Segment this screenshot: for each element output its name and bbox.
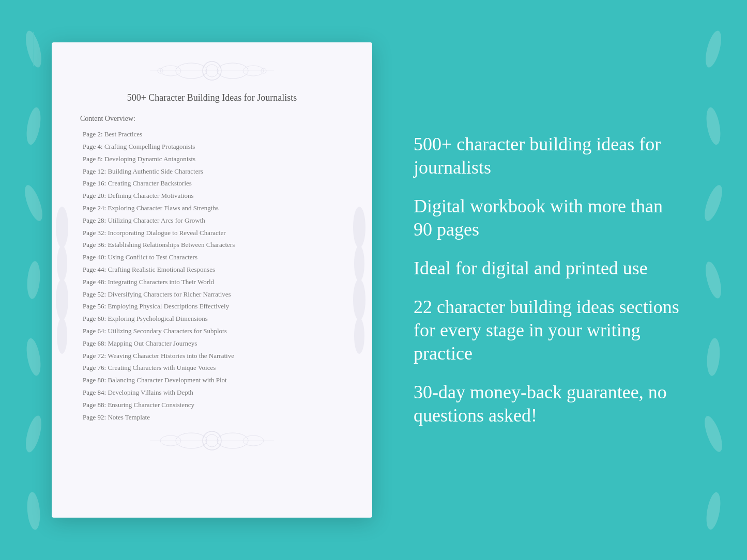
doc-side-left-decoration <box>54 201 72 359</box>
toc-page-number: Page 16: <box>83 179 106 187</box>
table-of-contents-item: Page 2: Best Practices <box>78 129 346 140</box>
table-of-contents-item: Page 8: Developing Dynamic Antagonists <box>78 154 346 165</box>
toc-title: Incorporating Dialogue to Reveal Charact… <box>108 229 225 237</box>
toc-title: Developing Villains with Depth <box>108 388 193 396</box>
svg-point-37 <box>353 279 365 320</box>
toc-page-number: Page 80: <box>83 376 106 384</box>
toc-title: Weaving Character Histories into the Nar… <box>108 352 234 360</box>
table-of-contents-item: Page 64: Utilizing Secondary Characters … <box>78 326 346 337</box>
toc-page-number: Page 84: <box>83 388 106 396</box>
svg-point-32 <box>57 245 67 282</box>
toc-page-number: Page 24: <box>83 204 106 212</box>
table-of-contents-item: Page 60: Exploring Psychological Dimensi… <box>78 314 346 324</box>
table-of-contents-item: Page 80: Balancing Character Development… <box>78 375 346 386</box>
toc-page-number: Page 72: <box>83 352 106 360</box>
table-of-contents-item: Page 40: Using Conflict to Test Characte… <box>78 252 346 263</box>
table-of-contents-item: Page 44: Crafting Realistic Emotional Re… <box>78 265 346 275</box>
toc-page-number: Page 88: <box>83 401 106 409</box>
toc-page-number: Page 28: <box>83 216 106 224</box>
toc-title: Exploring Character Flaws and Strengths <box>108 204 218 212</box>
toc-page-number: Page 56: <box>83 302 106 310</box>
toc-page-number: Page 60: <box>83 315 106 322</box>
feature-item: 500+ character building ideas for journa… <box>414 133 685 179</box>
table-of-contents-item: Page 32: Incorporating Dialogue to Revea… <box>78 228 346 239</box>
table-of-contents-item: Page 76: Creating Characters with Unique… <box>78 363 346 374</box>
table-of-contents-item: Page 12: Building Authentic Side Charact… <box>78 166 346 177</box>
toc-title: Creating Characters with Unique Voices <box>108 364 216 371</box>
toc-title: Creating Character Backstories <box>108 179 191 187</box>
toc-title: Establishing Relationships Between Chara… <box>108 241 235 248</box>
svg-point-38 <box>354 318 364 354</box>
toc-title: Utilizing Secondary Characters for Subpl… <box>108 327 226 335</box>
toc-title: Building Authentic Side Characters <box>108 167 203 175</box>
table-of-contents: Page 2: Best PracticesPage 4: Crafting C… <box>78 129 346 423</box>
svg-point-35 <box>353 207 365 248</box>
table-of-contents-item: Page 4: Crafting Compelling Protagonists <box>78 142 346 152</box>
toc-title: Defining Character Motivations <box>108 192 193 199</box>
svg-point-34 <box>57 318 67 354</box>
toc-title: Employing Physical Descriptions Effectiv… <box>108 302 229 310</box>
toc-page-number: Page 40: <box>83 253 106 261</box>
toc-title: Using Conflict to Test Characters <box>108 253 197 261</box>
svg-point-31 <box>56 207 68 248</box>
table-of-contents-item: Page 56: Employing Physical Descriptions… <box>78 301 346 312</box>
toc-page-number: Page 8: <box>83 155 103 163</box>
toc-title: Crafting Realistic Emotional Responses <box>108 266 215 273</box>
table-of-contents-item: Page 20: Defining Character Motivations <box>78 191 346 201</box>
table-of-contents-item: Page 92: Notes Template <box>78 412 346 423</box>
toc-page-number: Page 52: <box>83 290 106 298</box>
toc-page-number: Page 32: <box>83 229 106 237</box>
document-title: 500+ Character Building Ideas for Journa… <box>78 91 346 104</box>
toc-title: Mapping Out Character Journeys <box>108 339 197 347</box>
toc-page-number: Page 44: <box>83 266 106 273</box>
table-of-contents-item: Page 24: Exploring Character Flaws and S… <box>78 203 346 214</box>
feature-item: 30-day money-back guarantee, no question… <box>414 381 685 427</box>
feature-item: 22 character building ideas sections for… <box>414 295 685 365</box>
table-of-contents-item: Page 84: Developing Villains with Depth <box>78 387 346 398</box>
toc-page-number: Page 20: <box>83 192 106 199</box>
doc-side-right-decoration <box>352 201 370 359</box>
toc-page-number: Page 92: <box>83 413 106 421</box>
table-of-contents-item: Page 28: Utilizing Character Arcs for Gr… <box>78 215 346 226</box>
toc-page-number: Page 68: <box>83 339 106 347</box>
table-of-contents-item: Page 36: Establishing Relationships Betw… <box>78 240 346 251</box>
document: 500+ Character Building Ideas for Journa… <box>52 42 372 518</box>
toc-title: Balancing Character Development with Plo… <box>108 376 226 384</box>
toc-title: Utilizing Character Arcs for Growth <box>108 216 205 224</box>
main-layout: 500+ Character Building Ideas for Journa… <box>0 0 747 560</box>
toc-page-number: Page 2: <box>83 130 103 138</box>
table-of-contents-item: Page 88: Ensuring Character Consistency <box>78 400 346 411</box>
right-panel: 500+ character building ideas for journa… <box>403 133 685 427</box>
table-of-contents-item: Page 16: Creating Character Backstories <box>78 178 346 189</box>
toc-title: Integrating Characters into Their World <box>108 278 214 286</box>
content-overview-label: Content Overview: <box>80 115 346 123</box>
toc-title: Best Practices <box>104 130 142 138</box>
toc-page-number: Page 4: <box>83 143 103 150</box>
toc-title: Notes Template <box>108 413 150 421</box>
svg-point-36 <box>354 245 364 282</box>
svg-point-33 <box>56 279 68 320</box>
doc-pattern-top <box>78 58 346 84</box>
toc-page-number: Page 48: <box>83 278 106 286</box>
table-of-contents-item: Page 68: Mapping Out Character Journeys <box>78 338 346 349</box>
toc-page-number: Page 12: <box>83 167 106 175</box>
toc-page-number: Page 64: <box>83 327 106 335</box>
feature-item: Ideal for digital and printed use <box>414 257 685 280</box>
table-of-contents-item: Page 72: Weaving Character Histories int… <box>78 351 346 362</box>
table-of-contents-item: Page 52: Diversifying Characters for Ric… <box>78 289 346 300</box>
toc-page-number: Page 76: <box>83 364 106 371</box>
toc-title: Developing Dynamic Antagonists <box>104 155 195 163</box>
toc-title: Exploring Psychological Dimensions <box>108 315 208 322</box>
toc-title: Diversifying Characters for Richer Narra… <box>108 290 231 298</box>
feature-item: Digital workbook with more than 90 pages <box>414 195 685 241</box>
doc-pattern-bottom <box>78 428 346 454</box>
toc-title: Ensuring Character Consistency <box>108 401 194 409</box>
table-of-contents-item: Page 48: Integrating Characters into The… <box>78 277 346 288</box>
toc-page-number: Page 36: <box>83 241 106 248</box>
toc-title: Crafting Compelling Protagonists <box>104 143 195 150</box>
